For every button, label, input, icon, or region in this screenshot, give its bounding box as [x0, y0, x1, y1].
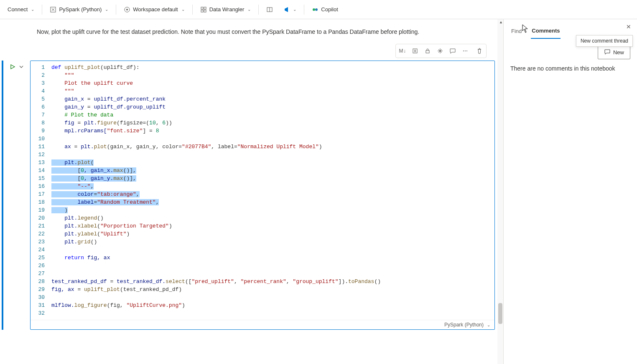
line-number: 9 [31, 127, 45, 135]
cell-footer: PySpark (Python) ⌄ [31, 320, 494, 329]
line-number: 15 [31, 174, 45, 182]
connect-menu[interactable]: Connect ⌄ [3, 4, 38, 15]
svg-point-15 [466, 51, 467, 51]
line-number: 3 [31, 79, 45, 87]
svg-point-2 [126, 9, 128, 10]
cell-language-label[interactable]: PySpark (Python) [444, 322, 484, 328]
line-number: 10 [31, 135, 45, 143]
cell-active-strip [2, 61, 3, 330]
new-button-label: New [613, 49, 624, 56]
convert-to-markdown-button[interactable]: M↓ [397, 45, 408, 57]
copilot-label: Copilot [321, 6, 338, 13]
data-wrangler-icon [200, 6, 207, 13]
cell-menu-button[interactable] [19, 64, 24, 71]
comments-panel: Find Comments ✕ New comment thread New T… [503, 19, 637, 364]
svg-rect-12 [426, 51, 429, 53]
line-number: 26 [31, 262, 45, 270]
close-panel-button[interactable]: ✕ [626, 23, 631, 30]
top-toolbar: Connect ⌄ PySpark (Python) ⌄ Workspace d… [0, 0, 637, 19]
chevron-down-icon: ⌄ [181, 7, 185, 12]
chevron-down-icon: ⌄ [293, 7, 296, 12]
line-number: 13 [31, 159, 45, 167]
line-number: 29 [31, 286, 45, 293]
line-number: 25 [31, 254, 45, 262]
notebook-area: Now, plot the uplift curve for the test … [0, 19, 503, 364]
scroll-up-icon[interactable]: ▲ [499, 20, 503, 24]
line-number: 14 [31, 167, 45, 174]
chevron-down-icon: ⌄ [31, 7, 34, 12]
move-cell-button[interactable] [409, 45, 421, 57]
svg-point-14 [465, 51, 466, 51]
separator [116, 5, 116, 15]
new-comment-button[interactable]: New [598, 46, 630, 59]
run-cell-button[interactable] [10, 64, 15, 71]
line-number: 30 [31, 293, 45, 301]
line-number: 21 [31, 222, 45, 230]
copilot-icon [312, 6, 318, 13]
scrollbar-thumb[interactable] [498, 303, 502, 324]
comment-button[interactable] [447, 45, 459, 57]
line-gutter: 1234567891011121314151617181920212223242… [31, 63, 51, 317]
line-number: 12 [31, 151, 45, 159]
line-number: 1 [31, 63, 45, 71]
line-number: 32 [31, 309, 45, 317]
line-number: 4 [31, 87, 45, 95]
line-number: 24 [31, 246, 45, 254]
line-number: 17 [31, 190, 45, 198]
new-comment-tooltip: New comment thread [576, 35, 633, 47]
freeze-button[interactable] [434, 45, 446, 57]
tab-find[interactable]: Find [510, 25, 522, 38]
line-number: 20 [31, 214, 45, 222]
lock-button[interactable] [422, 45, 433, 57]
chevron-down-icon: ⌄ [247, 7, 251, 12]
line-number: 28 [31, 278, 45, 286]
tab-comments[interactable]: Comments [531, 25, 561, 39]
line-number: 2 [31, 71, 45, 79]
workspace-label: Workspace default [133, 6, 178, 13]
line-number: 27 [31, 270, 45, 278]
svg-rect-6 [204, 10, 206, 12]
line-number: 31 [31, 301, 45, 309]
svg-rect-3 [201, 7, 203, 9]
markdown-cell-text: Now, plot the uplift curve for the test … [0, 28, 503, 44]
svg-point-10 [315, 8, 318, 11]
cell-toolbar: M↓ [0, 44, 503, 61]
layout-button[interactable] [262, 4, 277, 15]
separator [192, 5, 193, 15]
line-number: 19 [31, 206, 45, 214]
line-number: 8 [31, 119, 45, 127]
data-wrangler-menu[interactable]: Data Wrangler ⌄ [196, 4, 255, 15]
line-number: 5 [31, 95, 45, 103]
layout-icon [266, 6, 273, 13]
copilot-button[interactable]: Copilot [308, 4, 342, 15]
vscode-icon [283, 6, 290, 13]
line-number: 18 [31, 198, 45, 206]
vscode-button[interactable]: ⌄ [279, 4, 301, 15]
line-number: 11 [31, 143, 45, 151]
code-cell[interactable]: 1234567891011121314151617181920212223242… [30, 61, 495, 330]
more-button[interactable] [459, 45, 471, 57]
vertical-scrollbar[interactable]: ▲ [497, 19, 503, 364]
chevron-down-icon: ⌄ [105, 7, 108, 12]
separator [42, 5, 42, 15]
data-wrangler-label: Data Wrangler [209, 6, 245, 13]
comment-icon [604, 48, 611, 56]
runtime-menu[interactable]: PySpark (Python) ⌄ [46, 4, 112, 15]
delete-button[interactable] [474, 45, 485, 57]
pyspark-icon [50, 6, 56, 13]
connect-label: Connect [8, 6, 28, 13]
svg-rect-5 [201, 10, 203, 12]
svg-rect-4 [204, 7, 206, 9]
line-number: 23 [31, 238, 45, 246]
separator [258, 5, 259, 15]
code-editor[interactable]: def uplift_plot(uplift_df): """ Plot the… [51, 63, 494, 317]
svg-point-13 [463, 51, 464, 51]
workspace-menu[interactable]: Workspace default ⌄ [120, 4, 189, 15]
runtime-label: PySpark (Python) [59, 6, 102, 13]
line-number: 22 [31, 230, 45, 238]
line-number: 16 [31, 182, 45, 190]
line-number: 6 [31, 103, 45, 111]
workspace-icon [124, 6, 130, 13]
chevron-down-icon: ⌄ [487, 323, 490, 327]
separator [304, 5, 304, 15]
